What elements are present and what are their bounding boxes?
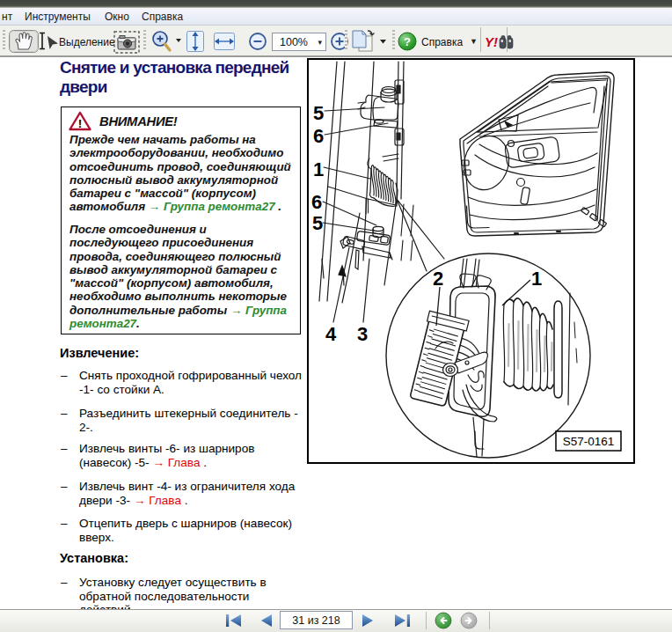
svg-text:?: ? [404,35,411,48]
svg-text:1: 1 [531,268,542,290]
svg-text:6: 6 [313,125,324,147]
svg-text:5: 5 [313,102,324,124]
svg-text:Y!: Y! [485,34,498,49]
svg-text:1: 1 [313,158,324,180]
svg-text:3: 3 [357,323,368,345]
svg-text:6: 6 [311,191,322,213]
svg-text:2: 2 [433,268,443,290]
svg-text:5: 5 [312,212,323,234]
svg-text:S57-0161: S57-0161 [563,435,615,448]
svg-text:4: 4 [325,323,337,345]
svg-text:!: ! [78,117,83,130]
